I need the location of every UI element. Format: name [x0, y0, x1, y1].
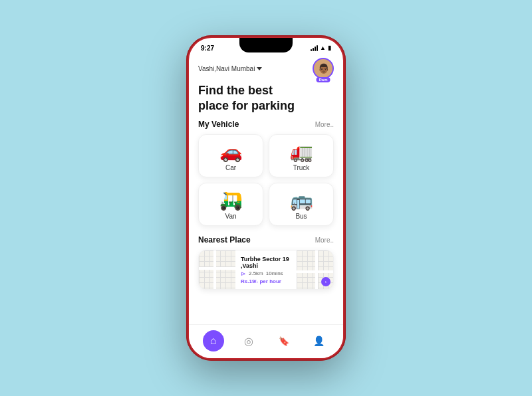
home-icon: ⌂ — [203, 330, 224, 351]
vehicle-card-bus[interactable]: 🚌 Bus — [269, 183, 334, 226]
van-label: Van — [225, 213, 236, 220]
map-road-v2 — [315, 250, 318, 289]
map-road-horizontal — [199, 267, 235, 270]
compass-icon: ◎ — [238, 330, 259, 351]
phone-notch — [239, 38, 293, 52]
nearest-price: Rs.19/- per hour — [241, 278, 291, 284]
phone-frame: 9:27 ▲ ▮ Vashi,Navi Mumbai 👨🏾 — [186, 35, 346, 361]
avatar-emoji: 👨🏾 — [318, 63, 329, 74]
map-grid-bg — [199, 250, 235, 289]
vehicle-card-van[interactable]: 🛺 Van — [198, 183, 263, 226]
van-icon: 🛺 — [219, 191, 243, 210]
vehicle-card-truck[interactable]: 🚛 Truck — [269, 134, 334, 177]
truck-label: Truck — [293, 164, 310, 171]
battery-icon: ▮ — [328, 45, 331, 51]
nav-item-profile[interactable]: 👤 — [309, 330, 330, 351]
car-icon: 🚗 — [219, 143, 243, 161]
wifi-icon: ▲ — [320, 45, 326, 51]
avatar-name-badge: Ram — [316, 77, 330, 82]
my-vehicle-more[interactable]: More.. — [315, 121, 334, 128]
nearest-place-card[interactable]: Turbhe Sector 19 ,Vashi ⊳ 2.5km 10mins R… — [198, 250, 334, 290]
place-arrow-button[interactable]: › — [321, 277, 331, 286]
bookmark-icon: 🔖 — [273, 330, 295, 351]
status-icons: ▲ ▮ — [311, 45, 331, 51]
profile-icon: 👤 — [309, 330, 330, 351]
car-label: Car — [225, 164, 236, 171]
map-road-vertical — [213, 250, 216, 289]
nav-item-home[interactable]: ⌂ — [203, 330, 224, 351]
nearest-time: 10mins — [266, 270, 283, 276]
nearest-place-meta: ⊳ 2.5km 10mins — [241, 270, 291, 277]
vehicle-grid: 🚗 Car 🚛 Truck 🛺 Van 🚌 Bus — [198, 134, 334, 226]
nearest-place-section-header: Nearest Place More.. — [198, 235, 334, 245]
my-vehicle-section-header: My Vehicle More.. — [198, 120, 334, 129]
nearest-distance: 2.5km — [249, 270, 263, 276]
navigation-icon: ⊳ — [241, 270, 246, 277]
location-chevron-icon — [257, 67, 262, 70]
nearest-place-title: Nearest Place — [198, 235, 251, 245]
bus-icon: 🚌 — [290, 191, 313, 210]
bus-label: Bus — [295, 213, 307, 220]
my-vehicle-title: My Vehicle — [198, 120, 239, 129]
vehicle-card-car[interactable]: 🚗 Car — [198, 134, 263, 177]
nearest-place-info: Turbhe Sector 19 ,Vashi ⊳ 2.5km 10mins R… — [235, 250, 297, 289]
status-time: 9:27 — [201, 45, 214, 52]
nav-item-bookmark[interactable]: 🔖 — [273, 330, 295, 351]
bottom-navigation: ⌂ ◎ 🔖 👤 — [189, 324, 343, 358]
location-selector[interactable]: Vashi,Navi Mumbai — [198, 65, 262, 72]
truck-icon: 🚛 — [290, 143, 313, 161]
nearest-place-more[interactable]: More.. — [315, 237, 334, 244]
phone-screen: 9:27 ▲ ▮ Vashi,Navi Mumbai 👨🏾 — [189, 38, 343, 358]
avatar: 👨🏾 — [313, 58, 334, 79]
location-text: Vashi,Navi Mumbai — [198, 65, 255, 72]
screen-content: Vashi,Navi Mumbai 👨🏾 Ram Find the best p… — [189, 55, 343, 324]
signal-icon — [311, 45, 318, 51]
nearest-place-name: Turbhe Sector 19 ,Vashi — [241, 256, 291, 269]
nav-item-compass[interactable]: ◎ — [238, 330, 259, 351]
app-header: Vashi,Navi Mumbai 👨🏾 Ram — [198, 58, 334, 79]
user-avatar-wrap[interactable]: 👨🏾 Ram — [313, 58, 334, 79]
page-title: Find the best place for parking — [198, 83, 334, 113]
nearest-map-thumbnail-right: › — [297, 250, 333, 289]
nearest-map-thumbnail-left — [199, 250, 235, 289]
